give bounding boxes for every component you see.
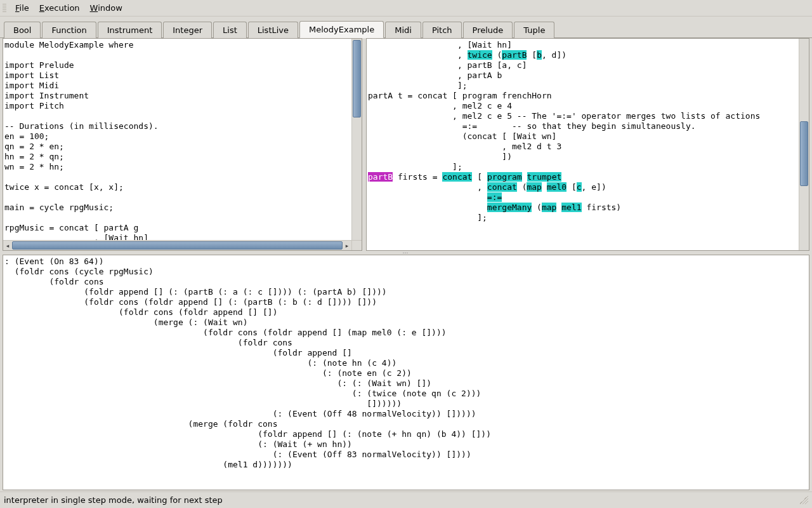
tab-melodyexample[interactable]: MelodyExample — [299, 21, 384, 38]
tab-listlive[interactable]: ListLive — [248, 22, 298, 38]
status-text: interpreter in single step mode, waiting… — [4, 495, 223, 505]
menu-file[interactable]: File — [10, 2, 34, 14]
tab-tuple[interactable]: Tuple — [514, 22, 554, 38]
menubar: File Execution Window — [0, 0, 812, 17]
tab-bool[interactable]: Bool — [4, 22, 41, 38]
trace-pane: : (Event (On 83 64)) (foldr cons (cycle … — [3, 255, 809, 490]
trace-output[interactable]: : (Event (On 83 64)) (foldr cons (cycle … — [4, 257, 808, 488]
right-editor[interactable]: , [Wait hn] , twice (partB [b, d]) , par… — [367, 39, 799, 250]
right-editor-pane: , [Wait hn] , twice (partB [b, d]) , par… — [366, 38, 809, 251]
scrollbar-thumb[interactable] — [12, 241, 343, 250]
tabstrip: BoolFunctionInstrumentIntegerListListLiv… — [0, 17, 812, 38]
right-vertical-scrollbar[interactable] — [799, 39, 809, 250]
tab-midi[interactable]: Midi — [385, 22, 421, 38]
tab-integer[interactable]: Integer — [163, 22, 212, 38]
scroll-left-icon[interactable]: ◂ — [3, 241, 12, 250]
scrollbar-corner — [351, 240, 362, 250]
tab-prelude[interactable]: Prelude — [463, 22, 513, 38]
left-editor[interactable]: module MelodyExample where import Prelud… — [3, 39, 351, 240]
menu-window[interactable]: Window — [85, 2, 128, 14]
window-grip-icon — [3, 4, 6, 13]
scrollbar-thumb[interactable] — [353, 40, 361, 117]
tab-instrument[interactable]: Instrument — [98, 22, 162, 38]
resize-grip-icon[interactable] — [799, 495, 808, 504]
left-vertical-scrollbar[interactable] — [351, 39, 362, 240]
menu-execution[interactable]: Execution — [34, 2, 85, 14]
tab-pitch[interactable]: Pitch — [422, 22, 462, 38]
statusbar: interpreter in single step mode, waiting… — [0, 491, 812, 507]
scroll-right-icon[interactable]: ▸ — [343, 241, 351, 250]
tab-function[interactable]: Function — [42, 22, 96, 38]
tab-list[interactable]: List — [213, 22, 247, 38]
left-horizontal-scrollbar[interactable]: ◂ ▸ — [3, 240, 351, 250]
scrollbar-thumb[interactable] — [800, 121, 808, 186]
left-editor-pane: module MelodyExample where import Prelud… — [3, 38, 362, 251]
